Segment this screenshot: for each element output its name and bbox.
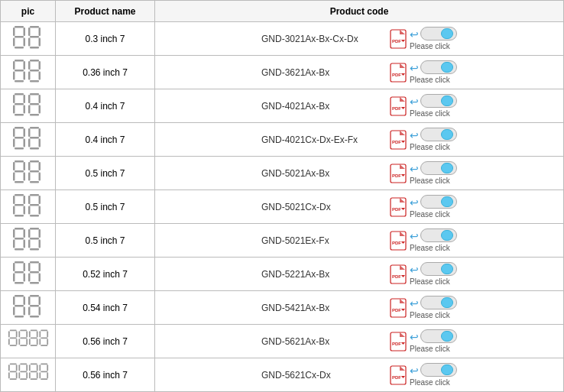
toggle-switch-area[interactable]: ↩ Please click [410, 329, 457, 353]
action-group: PDF ↩ Please click [390, 60, 457, 84]
toggle-switch-area[interactable]: ↩ Please click [410, 161, 457, 185]
svg-rect-117 [38, 229, 41, 238]
svg-rect-41 [23, 105, 25, 114]
svg-rect-175 [20, 345, 27, 346]
cell-pic [1, 325, 56, 358]
toggle-switch[interactable] [420, 228, 457, 242]
svg-rect-167 [15, 339, 17, 345]
svg-rect-24 [15, 80, 24, 83]
svg-rect-97 [30, 194, 39, 196]
svg-rect-38 [23, 95, 25, 103]
toggle-switch[interactable] [420, 94, 457, 108]
svg-rect-109 [13, 229, 15, 238]
svg-rect-12 [38, 38, 41, 47]
svg-rect-209 [28, 364, 30, 371]
svg-rect-211 [30, 371, 37, 372]
svg-rect-28 [30, 70, 39, 72]
pdf-icon[interactable]: PDF [390, 96, 407, 116]
svg-rect-80 [28, 162, 31, 170]
svg-rect-221 [41, 378, 47, 380]
toggle-switch-area[interactable]: ↩ Please click [410, 60, 457, 84]
toggle-switch[interactable] [420, 27, 457, 40]
toggle-switch-area[interactable]: ↩ Please click [410, 296, 457, 319]
svg-rect-179 [30, 337, 37, 339]
action-group: PDF ↩ Please click [390, 27, 457, 50]
cell-product-name: 0.4 inch 7 [56, 123, 155, 157]
product-code-text: GND-5021Cx-Dx [261, 202, 384, 212]
please-click-label: Please click [410, 244, 450, 252]
table-row: 0.54 inch 7GND-5421Ax-Bx PDF ↩ Please cl… [1, 291, 564, 325]
toggle-switch[interactable] [420, 296, 457, 309]
svg-rect-144 [15, 295, 24, 297]
svg-rect-121 [30, 248, 39, 251]
toggle-switch-area[interactable]: ↩ Please click [410, 94, 457, 118]
code-cell-inner: GND-3021Ax-Bx-Cx-Dx PDF ↩ Please click [160, 27, 559, 50]
cell-pic [1, 224, 56, 258]
pdf-icon[interactable]: PDF [390, 231, 407, 251]
pdf-icon[interactable]: PDF [390, 29, 407, 49]
pdf-icon[interactable]: PDF [390, 332, 407, 352]
header-name: Product name [56, 1, 155, 22]
product-name-text: 0.5 inch 7 [85, 168, 125, 179]
pdf-icon[interactable]: PDF [390, 63, 407, 83]
product-name-text: 0.3 inch 7 [85, 34, 125, 44]
svg-rect-157 [30, 316, 39, 318]
toggle-switch[interactable] [420, 60, 457, 74]
pdf-icon[interactable]: PDF [390, 130, 407, 150]
svg-rect-113 [23, 240, 25, 248]
code-cell-inner: GND-5021Cx-Dx PDF ↩ Please click [160, 195, 559, 219]
toggle-switch[interactable] [420, 329, 457, 343]
svg-rect-177 [28, 331, 30, 337]
pdf-icon[interactable]: PDF [390, 264, 407, 284]
svg-rect-207 [20, 378, 27, 380]
svg-rect-37 [13, 95, 15, 103]
svg-rect-112 [13, 240, 15, 248]
svg-rect-0 [15, 26, 24, 28]
svg-rect-198 [8, 372, 9, 378]
svg-rect-205 [18, 372, 20, 378]
product-name-text: 0.4 inch 7 [85, 134, 125, 145]
svg-rect-178 [36, 331, 37, 337]
pdf-icon[interactable]: PDF [390, 197, 407, 217]
pdf-icon[interactable]: PDF [390, 164, 407, 183]
svg-rect-204 [20, 371, 27, 372]
pdf-icon[interactable]: PDF [390, 298, 407, 318]
svg-rect-114 [15, 248, 24, 251]
please-click-label: Please click [410, 277, 450, 286]
product-code-text: GND-5421Ax-Bx [261, 303, 384, 313]
toggle-switch-area[interactable]: ↩ Please click [410, 195, 457, 219]
svg-rect-40 [13, 105, 15, 114]
svg-rect-84 [38, 173, 41, 181]
toggle-switch[interactable] [420, 128, 457, 141]
svg-rect-118 [30, 238, 39, 240]
toggle-switch-area[interactable]: ↩ Please click [410, 27, 457, 50]
product-name-text: 0.36 inch 7 [83, 67, 128, 78]
cell-product-name: 0.5 inch 7 [56, 224, 155, 258]
svg-rect-62 [28, 128, 31, 137]
cell-product-code: GND-4021Ax-Bx PDF ↩ Please click [155, 89, 564, 123]
toggle-switch-area[interactable]: ↩ Please click [410, 128, 457, 151]
toggle-switch-area[interactable]: ↩ Please click [410, 363, 457, 387]
svg-rect-172 [20, 337, 27, 339]
toggle-switch[interactable] [420, 161, 457, 175]
table-row: 0.56 inch 7GND-5621Ax-Bx PDF ↩ Please cl… [1, 325, 564, 358]
svg-rect-82 [30, 170, 39, 173]
svg-rect-219 [39, 372, 41, 378]
toggle-switch-area[interactable]: ↩ Please click [410, 228, 457, 252]
svg-rect-169 [20, 330, 27, 332]
svg-rect-166 [8, 339, 9, 345]
pdf-icon[interactable]: PDF [390, 365, 407, 385]
cell-pic [1, 22, 56, 56]
toggle-switch[interactable] [420, 363, 457, 377]
product-code-text: GND-3021Ax-Bx-Cx-Dx [261, 34, 384, 44]
cell-product-name: 0.36 inch 7 [56, 56, 155, 89]
toggle-switch[interactable] [420, 262, 457, 276]
svg-rect-165 [9, 337, 16, 339]
toggle-switch-area[interactable]: ↩ Please click [410, 262, 457, 286]
toggle-switch[interactable] [420, 195, 457, 209]
svg-rect-116 [28, 229, 31, 238]
product-code-text: GND-5021Ax-Bx [261, 168, 384, 179]
svg-rect-168 [9, 345, 16, 346]
svg-rect-213 [36, 372, 37, 378]
cell-product-code: GND-5021Cx-Dx PDF ↩ Please click [155, 190, 564, 224]
